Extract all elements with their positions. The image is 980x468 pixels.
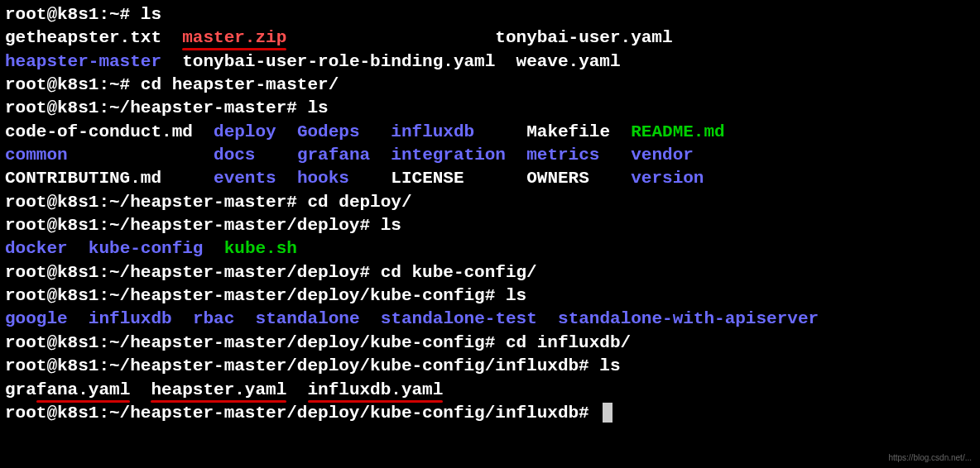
command-text: ls [307, 98, 328, 117]
command-text: ls [599, 356, 620, 375]
terminal-line[interactable]: root@k8s1:~/heapster-master/deploy/kube-… [5, 284, 975, 308]
command-text: ls [141, 5, 161, 24]
dir-item: grafana [297, 146, 370, 165]
dir-item: standalone [256, 309, 360, 328]
terminal-line: heapster-master tonybai-user-role-bindin… [5, 50, 975, 74]
dir-item: kube-config [89, 239, 204, 258]
terminal-line: code-of-conduct.md deploy Godeps influxd… [5, 121, 975, 144]
terminal-line[interactable]: root@k8s1:~/heapster-master/deploy/kube-… [5, 402, 975, 425]
dir-item: influxdb [89, 309, 172, 328]
dir-item: standalone-test [381, 309, 537, 328]
dir-item: rbac [193, 309, 234, 328]
watermark-text: https://blog.csdn.net/... [888, 452, 972, 464]
dir-item: events [214, 169, 276, 188]
file-item: tonybai-user-role-binding.yaml [182, 52, 495, 71]
command-text: cd kube-config/ [381, 263, 537, 282]
dir-item: google [5, 309, 68, 328]
dir-item: Godeps [297, 122, 360, 141]
terminal-line[interactable]: root@k8s1:~/heapster-master/deploy# cd k… [5, 261, 975, 284]
prompt: root@k8s1:~/heapster-master/deploy# [5, 216, 381, 235]
file-item: tonybai-user.yaml [495, 28, 672, 47]
terminal-line: docker kube-config kube.sh [5, 237, 975, 260]
command-text: cd influxdb/ [506, 333, 631, 352]
file-item: getheapster.txt [5, 28, 161, 47]
terminal-line: grafana.yaml heapster.yaml influxdb.yaml [5, 379, 975, 402]
dir-item: hooks [297, 169, 349, 188]
file-item: README.md [631, 122, 724, 141]
dir-item: docker [5, 239, 68, 258]
terminal-line[interactable]: root@k8s1:~/heapster-master/deploy/kube-… [5, 332, 975, 355]
file-item: kube.sh [224, 239, 297, 258]
prompt: root@k8s1:~/heapster-master# [5, 193, 307, 212]
dir-item: docs [214, 146, 255, 165]
file-item-highlighted: fana.yaml [36, 380, 130, 399]
prompt: root@k8s1:~/heapster-master/deploy# [5, 263, 381, 282]
dir-item: common [5, 146, 68, 165]
cursor-icon [603, 403, 612, 423]
file-item-highlighted: heapster.yaml [151, 380, 286, 399]
file-item: LICENSE [391, 169, 464, 188]
dir-item: integration [391, 146, 506, 165]
terminal-line: getheapster.txt master.zip tonybai-user.… [5, 26, 975, 50]
dir-item: vendor [631, 146, 694, 165]
command-text: ls [506, 286, 526, 305]
terminal-line: google influxdb rbac standalone standalo… [5, 308, 975, 331]
command-text: cd heapster-master/ [141, 75, 339, 94]
terminal-line[interactable]: root@k8s1:~# ls [5, 3, 975, 26]
file-item-highlighted: master.zip [182, 28, 286, 47]
prompt: root@k8s1:~/heapster-master/deploy/kube-… [5, 286, 506, 305]
prompt: root@k8s1:~/heapster-master/deploy/kube-… [5, 333, 506, 352]
file-item: CONTRIBUTING.md [5, 169, 161, 188]
command-text: ls [381, 216, 401, 235]
terminal-line[interactable]: root@k8s1:~/heapster-master# ls [5, 97, 975, 120]
dir-item: standalone-with-apiserver [558, 309, 819, 328]
file-item: Makefile [526, 122, 610, 141]
prompt: root@k8s1:~/heapster-master/deploy/kube-… [5, 404, 599, 423]
terminal-line[interactable]: root@k8s1:~/heapster-master/deploy# ls [5, 214, 975, 237]
terminal-line[interactable]: root@k8s1:~/heapster-master# cd deploy/ [5, 191, 975, 214]
terminal-line: common docs grafana integration metrics … [5, 144, 975, 167]
dir-item: metrics [526, 146, 599, 165]
prompt: root@k8s1:~/heapster-master/deploy/kube-… [5, 356, 599, 375]
file-item: weave.yaml [516, 52, 621, 71]
dir-item: version [631, 169, 704, 188]
terminal-line[interactable]: root@k8s1:~/heapster-master/deploy/kube-… [5, 355, 975, 378]
prompt: root@k8s1:~# [5, 75, 141, 94]
command-text: cd deploy/ [307, 193, 411, 212]
dir-item: deploy [214, 122, 276, 141]
prompt: root@k8s1:~/heapster-master# [5, 98, 307, 117]
file-item: code-of-conduct.md [5, 122, 193, 141]
dir-item: influxdb [391, 122, 474, 141]
prompt: root@k8s1:~# [5, 5, 141, 24]
dir-item: heapster-master [5, 52, 161, 71]
file-item-highlighted: influxdb.yaml [308, 380, 444, 399]
terminal-line: CONTRIBUTING.md events hooks LICENSE OWN… [5, 167, 975, 190]
file-item: gra [5, 380, 36, 399]
terminal-line[interactable]: root@k8s1:~# cd heapster-master/ [5, 74, 975, 97]
file-item: OWNERS [526, 169, 589, 188]
